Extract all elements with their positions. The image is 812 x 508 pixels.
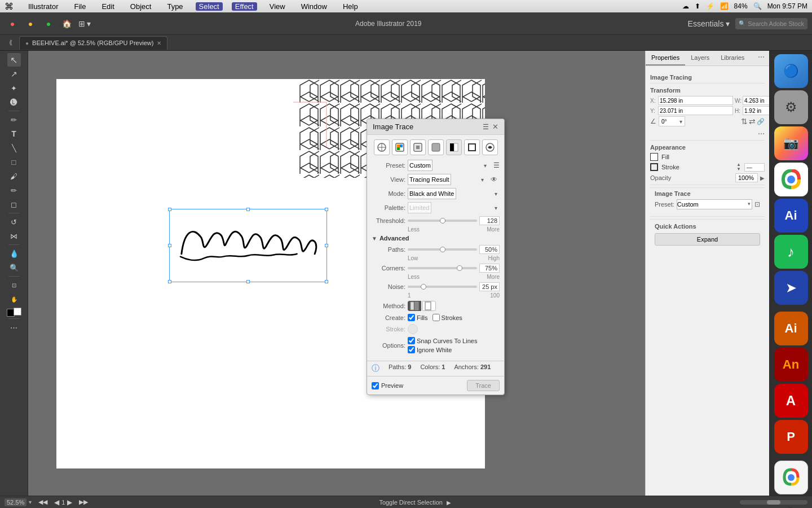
dock-photos[interactable]: 📷 [774,126,808,160]
mode-select[interactable]: Black and White [408,188,456,199]
page-prev-btn[interactable]: ◀ [54,498,59,506]
angle-input[interactable] [661,119,678,125]
angle-dropdown[interactable]: ▾ [679,119,682,125]
info-icon[interactable]: ⓘ [372,364,379,374]
paintbrush-tool[interactable]: 🖌 [7,169,21,183]
scroll-indicator[interactable] [740,500,807,505]
flip-v-btn[interactable]: ⇄ [749,117,756,126]
document-tab[interactable]: ● BEEHIVE.ai* @ 52.5% (RGB/GPU Preview) … [19,36,167,50]
rectangle-tool[interactable]: □ [7,155,21,169]
dock-settings[interactable]: ⚙ [774,90,808,124]
advanced-header[interactable]: ▼ Advanced [372,235,500,242]
window-close[interactable]: ● [5,16,20,32]
stroke-color-box[interactable] [650,163,658,171]
handle-br[interactable] [325,280,328,283]
snap-curves-option[interactable]: Snap Curves To Lines [408,337,477,344]
threshold-value[interactable] [479,216,500,225]
window-minimize[interactable]: ● [23,16,38,32]
bluetooth-icon[interactable]: ⚡ [706,2,714,10]
noise-thumb[interactable] [421,284,426,290]
lasso-tool[interactable]: 🅛 [7,95,21,109]
eraser-tool[interactable]: ◻ [7,198,21,211]
blend-tool[interactable]: ⋈ [7,229,21,243]
preset-high-color[interactable] [392,139,408,155]
dock-illustrator[interactable]: Ai [774,312,808,345]
preview-checkbox[interactable] [372,382,379,389]
zoom-tool[interactable]: 🔍 [7,261,21,274]
menu-file[interactable]: File [70,2,89,11]
menu-object[interactable]: Object [127,2,155,11]
nav-prev[interactable]: ◀◀ [36,497,50,507]
apple-menu[interactable]: ⌘ [5,1,14,12]
artboard-tool[interactable]: ⊡ [7,278,21,292]
palette-select[interactable]: Limited [408,202,431,213]
direct-selection-tool[interactable]: ↗ [7,67,21,81]
window-maximize[interactable]: ● [41,16,56,32]
create-fills[interactable]: Fills [408,314,428,321]
menu-illustrator[interactable]: Illustrator [25,2,61,11]
preset-grayscale[interactable] [428,139,444,155]
preset-auto-color[interactable] [374,139,390,155]
dock-chrome[interactable] [774,163,808,196]
signature-container[interactable] [169,209,327,282]
handle-bl[interactable] [168,280,171,283]
view-eye-btn[interactable]: 👁 [488,174,500,185]
dock-acrobat[interactable]: A [774,384,808,418]
search-icon[interactable]: 🔍 [753,2,762,10]
x-input[interactable] [658,96,733,105]
handle-tl[interactable] [168,208,171,211]
it-preset-select[interactable]: Custom [677,199,752,209]
paths-thumb[interactable] [440,247,445,252]
panel-close-btn[interactable]: ✕ [492,122,498,131]
create-strokes[interactable]: Strokes [433,314,462,321]
corners-value[interactable] [479,264,500,273]
dock-finder[interactable]: 🔵 [774,54,808,88]
y-input[interactable] [658,106,733,115]
it-expand-icon[interactable]: ⊡ [754,200,760,208]
transform-more-btn[interactable]: ⋯ [758,130,765,138]
preset-menu-btn[interactable]: ☰ [493,161,500,169]
handle-rc[interactable] [325,244,328,247]
dock-chrome-2[interactable] [774,461,808,494]
opacity-input[interactable] [735,173,758,182]
dock-mail-ai[interactable]: Ai [774,199,808,233]
preset-outline[interactable] [464,139,480,155]
preset-low-color[interactable] [410,139,426,155]
preset-select[interactable]: Custom [408,160,433,171]
wifi-icon[interactable]: 📶 [720,2,729,10]
share-icon[interactable]: ⬆ [695,2,700,10]
handle-lc[interactable] [168,244,171,247]
preset-detail[interactable] [482,139,498,155]
opacity-expand[interactable]: ▶ [760,175,765,181]
tab-layers[interactable]: Layers [685,51,715,65]
dock-powerpoint[interactable]: P [774,420,808,454]
fills-checkbox[interactable] [408,314,415,321]
menu-window[interactable]: Window [298,2,330,11]
constrain-proportions-btn[interactable]: 🔗 [757,118,765,125]
ignore-white-option[interactable]: Ignore White [408,346,477,353]
paths-value[interactable] [479,245,500,254]
trace-button[interactable]: Trace [467,380,500,391]
tab-libraries[interactable]: Libraries [715,51,750,65]
menu-select[interactable]: Select [196,2,223,11]
method-btn-overlapping[interactable] [422,301,436,311]
rotate-tool[interactable]: ↺ [7,215,21,229]
workspace-toggle[interactable]: ⊞ ▾ [77,16,92,32]
noise-value[interactable] [479,282,500,291]
menu-view[interactable]: View [266,2,289,11]
nav-next[interactable]: ▶▶ [77,497,90,507]
zoom-value[interactable]: 52.5% [5,498,27,506]
method-btn-abutting[interactable] [408,301,421,311]
dock-arrow-app[interactable]: ➤ [774,271,808,305]
toggle-arrow[interactable]: ▶ [447,500,451,506]
view-select[interactable]: Tracing Result [408,174,451,185]
line-tool[interactable]: ╲ [7,141,21,155]
essentials-btn[interactable]: Essentials ▾ [685,16,734,32]
paths-slider[interactable] [408,248,477,251]
threshold-slider[interactable] [408,220,477,222]
stroke-select[interactable]: — [744,163,765,172]
toggle-direct-selection[interactable]: Toggle Direct Selection ▶ [95,499,735,506]
panel-menu-icon[interactable]: ☰ [483,123,489,131]
ignore-white-checkbox[interactable] [408,346,415,353]
menu-effect[interactable]: Effect [232,2,257,11]
